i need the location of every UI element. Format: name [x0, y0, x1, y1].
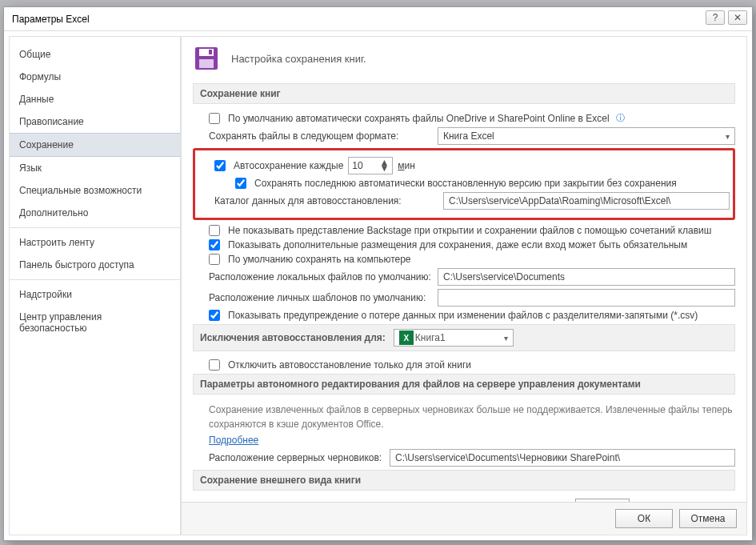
label-local-path: Расположение локальных файлов по умолчан… [209, 271, 433, 283]
checkbox-save-local-default[interactable] [209, 254, 220, 265]
label-csv-warning: Показывать предупреждение о потере данны… [228, 310, 698, 321]
sidebar-item-advanced[interactable]: Дополнительно [10, 202, 180, 224]
sidebar-item-save[interactable]: Сохранение [10, 133, 180, 157]
combo-save-format[interactable]: Книга Excel [438, 127, 735, 145]
checkbox-show-additional[interactable] [209, 239, 220, 250]
section-save-books: Сохранение книг [193, 83, 735, 104]
main-panel: Настройка сохранения книг. Сохранение кн… [181, 36, 747, 535]
link-learn-more[interactable]: Подробнее [209, 435, 258, 446]
sidebar-item-language[interactable]: Язык [10, 157, 180, 179]
sidebar-item-accessibility[interactable]: Специальные возможности [10, 179, 180, 202]
combo-workbook[interactable]: X Книга1 [394, 329, 514, 347]
close-button[interactable]: ✕ [728, 10, 747, 25]
spinner-buttons[interactable]: ▲▼ [379, 160, 389, 171]
ok-button[interactable]: ОК [615, 509, 673, 528]
cancel-button[interactable]: Отмена [679, 509, 737, 528]
sidebar-item-data[interactable]: Данные [10, 88, 180, 110]
label-autosave-odsp: По умолчанию автоматически сохранять фай… [228, 113, 610, 124]
svg-rect-3 [209, 50, 212, 54]
window-title: Параметры Excel [12, 14, 90, 25]
sidebar-item-general[interactable]: Общие [10, 43, 180, 66]
label-autorecover-path: Каталог данных для автовосстановления: [214, 195, 438, 206]
sidebar-item-qat[interactable]: Панель быстрого доступа [10, 254, 180, 276]
label-minutes: мминин [398, 160, 415, 171]
label-disable-autorecover-wb: Отключить автовосстановление только для … [228, 359, 471, 371]
input-templates-path[interactable] [438, 289, 735, 307]
page-title: Настройка сохранения книг. [231, 53, 366, 65]
input-local-path[interactable]: C:\Users\service\Documents [438, 268, 735, 286]
category-sidebar: Общие Формулы Данные Правописание Сохран… [9, 36, 181, 535]
help-button[interactable]: ? [706, 10, 725, 25]
checkbox-autosave-odsp[interactable] [209, 113, 220, 124]
label-save-local-default: По умолчанию сохранять на компьютере [228, 254, 411, 265]
section-offline-editing: Параметры автономного редактирования для… [193, 374, 735, 395]
checkbox-csv-warning[interactable] [209, 310, 220, 321]
label-save-format: Сохранять файлы в следующем формате: [209, 130, 433, 142]
server-help-text: Сохранение извлеченных файлов в серверны… [209, 403, 735, 431]
highlight-box: Автосохранение каждые 10 ▲▼ мминин Сохра… [193, 148, 735, 220]
excel-icon: X [399, 331, 414, 345]
section-autorecover-exceptions: Исключения автовосстановления для: X Кни… [193, 324, 735, 351]
sidebar-item-addins[interactable]: Надстройки [10, 283, 180, 306]
label-show-additional: Показывать дополнительные размещения для… [228, 239, 687, 250]
sidebar-item-formulas[interactable]: Формулы [10, 66, 180, 88]
section-appearance: Сохранение внешнего вида книги [193, 470, 735, 491]
checkbox-autosave-interval[interactable] [214, 160, 226, 171]
info-icon[interactable]: ⓘ [616, 112, 625, 124]
svg-rect-2 [199, 59, 214, 68]
sidebar-item-customize-ribbon[interactable]: Настроить ленту [10, 231, 180, 254]
checkbox-keep-last-autorecover[interactable] [235, 178, 246, 189]
checkbox-no-backstage[interactable] [209, 225, 220, 236]
sidebar-item-trust-center[interactable]: Центр управления безопасностью [10, 306, 180, 339]
checkbox-disable-autorecover-wb[interactable] [209, 359, 220, 371]
label-templates-path: Расположение личных шаблонов по умолчани… [209, 292, 433, 303]
label-autosave-interval: Автосохранение каждые [234, 160, 343, 171]
input-server-drafts[interactable]: C:\Users\service\Documents\Черновики Sha… [390, 449, 735, 467]
dialog-footer: ОК Отмена [182, 502, 746, 535]
sidebar-item-proofing[interactable]: Правописание [10, 110, 180, 133]
spinner-autosave-minutes[interactable]: 10 ▲▼ [348, 157, 393, 174]
options-dialog: Параметры Excel ? ✕ Общие Формулы Данные… [3, 6, 753, 541]
input-autorecover-path[interactable]: C:\Users\service\AppData\Roaming\Microso… [443, 192, 730, 210]
save-icon [193, 45, 220, 72]
label-keep-last-autorecover: Сохранять последнюю автоматически восста… [254, 178, 677, 189]
titlebar: Параметры Excel ? ✕ [4, 7, 752, 31]
label-no-backstage: Не показывать представление Backstage пр… [228, 225, 711, 236]
label-server-drafts: Расположение серверных черновиков: [209, 452, 385, 463]
